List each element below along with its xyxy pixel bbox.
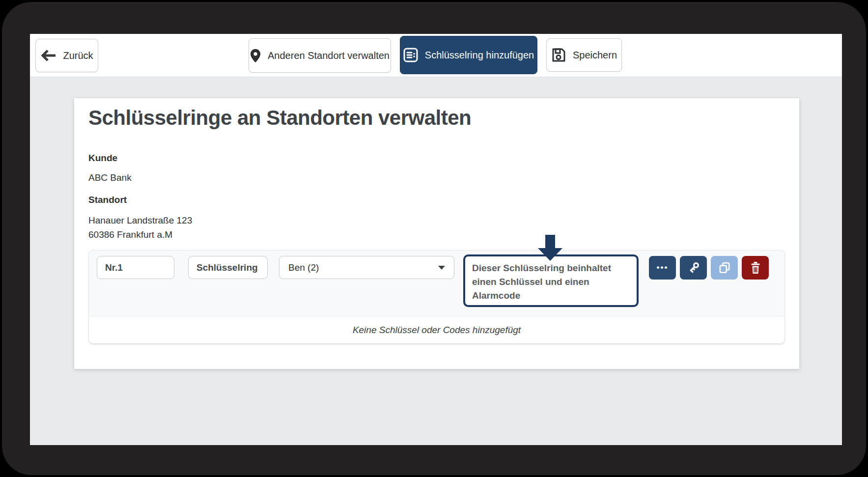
empty-state-text: Keine Schlüssel oder Codes hinzugefügt [353,325,521,336]
trash-icon [750,261,761,274]
arrow-left-icon [40,49,57,62]
customer-label: Kunde [88,153,117,164]
add-keyring-button[interactable]: Schlüsselring hinzufügen [400,36,537,74]
list-icon [403,48,418,62]
ellipsis-icon: ••• [657,263,669,273]
floppy-disk-icon [551,48,566,62]
location-address-line2: 60386 Frankfurt a.M [88,227,192,242]
keyring-management-card: Schlüsselringe an Standorten verwalten K… [74,98,799,369]
keyring-owner-selected-value: Ben (2) [288,262,319,273]
keyring-row: Ben (2) Dieser Schlüsselring beinhaltet … [88,250,785,343]
manage-location-button[interactable]: Anderen Standort verwalten [249,38,391,73]
key-icon [687,261,700,274]
empty-state-strip: Keine Schlüssel oder Codes hinzugefügt [89,316,784,343]
app-window: Zurück Anderen Standort verwalten Schlüs… [30,34,842,445]
save-button-label: Speichern [573,50,617,61]
location-label: Standort [88,195,127,205]
map-pin-icon [250,49,261,63]
location-address-line1: Hanauer Landstraße 123 [88,213,192,227]
location-address: Hanauer Landstraße 123 60386 Frankfurt a… [88,213,192,242]
keys-button[interactable] [680,256,707,280]
delete-button[interactable] [742,256,769,280]
toolbar: Zurück Anderen Standort verwalten Schlüs… [30,34,842,77]
copy-button[interactable] [711,256,738,280]
back-button-label: Zurück [63,50,93,61]
keyring-number-input[interactable] [97,256,174,279]
device-frame: Zurück Anderen Standort verwalten Schlüs… [2,2,866,475]
customer-value: ABC Bank [88,170,132,185]
page-title: Schlüsselringe an Standorten verwalten [88,106,471,130]
keyring-name-input[interactable] [188,256,268,279]
more-options-button[interactable]: ••• [649,256,676,280]
copy-icon [718,261,731,274]
manage-location-button-label: Anderen Standort verwalten [268,50,390,61]
keyring-description-textarea[interactable]: Dieser Schlüsselring beinhaltet einen Sc… [463,254,639,307]
back-button[interactable]: Zurück [35,39,98,72]
add-keyring-button-label: Schlüsselring hinzufügen [425,50,534,61]
save-button[interactable]: Speichern [546,38,622,72]
keyring-owner-select[interactable]: Ben (2) [279,256,454,279]
chevron-down-icon [438,266,445,270]
